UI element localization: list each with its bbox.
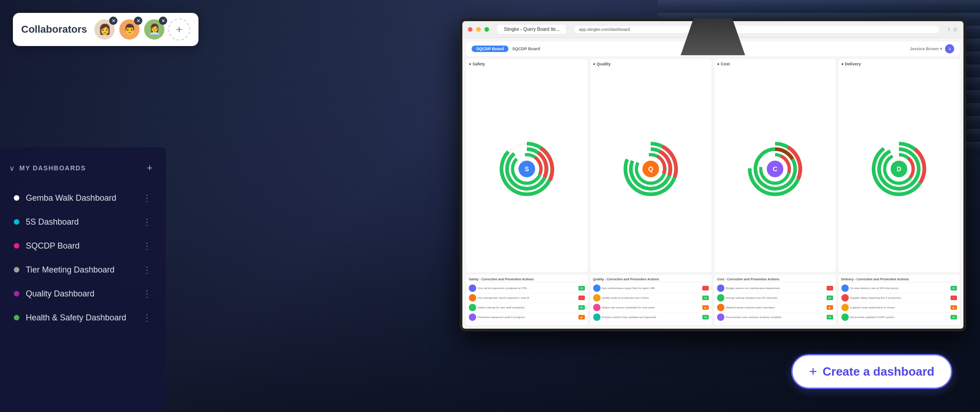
dot-quality xyxy=(14,291,19,296)
sidebar-header: ∨ MY DASHBOARDS + xyxy=(9,161,157,175)
action-badge-c1: ! xyxy=(827,286,833,290)
sidebar-label-sqcdp: SQCDP Board xyxy=(26,241,142,251)
sidebar-section-title: MY DASHBOARDS xyxy=(19,164,86,172)
action-card-delivery: Delivery - Corrective and Preventive Act… xyxy=(839,275,960,325)
create-dashboard-button[interactable]: + Create a dashboard xyxy=(791,354,952,389)
avatar-3-close[interactable]: ✕ xyxy=(159,17,167,25)
action-row-cost-2: Energy savings initiative has 5% reducti… xyxy=(717,293,833,303)
safety-donut-chart: S xyxy=(495,139,559,199)
add-collaborator-button[interactable]: + xyxy=(168,18,190,41)
action-card-quality-title: Quality - Corrective and Preventive Acti… xyxy=(593,278,709,282)
dot-5s xyxy=(14,219,19,225)
collaborators-avatars: 👩 ✕ 👨 ✕ 👩‍💼 ✕ + xyxy=(93,18,190,41)
action-badge-d3: ▶ xyxy=(951,305,957,310)
quadrant-cost-title: ● Cost xyxy=(717,62,833,66)
cost-donut-chart: C xyxy=(743,139,807,199)
quadrant-safety-chart: S xyxy=(469,68,585,269)
sidebar-item-quality[interactable]: Quality Dashboard ⋮ xyxy=(9,282,157,306)
action-badge-c2: OK xyxy=(827,296,833,300)
browser-share-icon[interactable]: ↑ xyxy=(947,26,950,33)
sidebar-label-5s: 5S Dashboard xyxy=(26,217,142,227)
collaborators-panel: Collaborators 👩 ✕ 👨 ✕ 👩‍💼 ✕ + xyxy=(13,13,198,46)
quadrant-delivery-chart: D xyxy=(841,68,957,269)
sidebar-label-quality: Quality Dashboard xyxy=(26,289,142,299)
action-avatar-c1 xyxy=(717,284,724,292)
action-text-c2: Energy savings initiative has 5% reducti… xyxy=(726,296,827,299)
action-badge-c3: ▶ xyxy=(827,305,833,310)
action-card-quality: Quality - Corrective and Preventive Acti… xyxy=(590,275,712,325)
action-badge-d4: OK xyxy=(951,315,957,319)
action-avatar-s3 xyxy=(469,304,476,311)
sidebar-header-left: ∨ MY DASHBOARDS xyxy=(9,164,86,173)
action-avatar-c2 xyxy=(717,294,724,302)
dashboard-content: SQCDP Board SQCDP Board Jessica Brown ▾ … xyxy=(462,38,963,329)
sidebar-item-gemba[interactable]: Gemba Walk Dashboard ⋮ xyxy=(9,186,157,210)
sidebar-menu-sqcdp[interactable]: ⋮ xyxy=(142,240,152,251)
action-text-c3: Material waste reduction plan submitted xyxy=(726,306,827,309)
browser-tab[interactable]: Stingke - Query Board Ite... xyxy=(497,25,566,34)
sidebar-menu-gemba[interactable]: ⋮ xyxy=(142,192,152,203)
action-badge-q3: ▶ xyxy=(702,305,709,310)
sidebar-collapse-icon[interactable]: ∨ xyxy=(9,164,15,173)
sidebar-label-health: Health & Safety Dashboard xyxy=(26,313,142,323)
action-badge-s2: ! xyxy=(578,296,585,300)
action-avatar-d3 xyxy=(841,304,849,311)
action-card-safety: Safety - Corrective and Preventive Actio… xyxy=(466,275,588,325)
sidebar-menu-5s[interactable]: ⋮ xyxy=(142,216,152,227)
avatar-2-wrap[interactable]: 👨 ✕ xyxy=(118,18,140,41)
browser-actions: ↑ ☆ xyxy=(947,26,958,33)
sidebar-menu-quality[interactable]: ⋮ xyxy=(142,288,152,299)
action-avatar-s4 xyxy=(469,313,476,321)
svg-text:Q: Q xyxy=(648,165,653,173)
collaborators-label: Collaborators xyxy=(21,23,87,35)
action-text-d4: Stock levels updated in ERP system xyxy=(850,316,951,319)
sidebar-item-sqcdp[interactable]: SQCDP Board ⋮ xyxy=(9,234,157,258)
sidebar-label-tier: Tier Meeting Dashboard xyxy=(26,265,142,275)
action-badge-s3: OK xyxy=(578,305,585,310)
browser-bookmark-icon[interactable]: ☆ xyxy=(953,26,958,33)
avatar-1-wrap[interactable]: 👩 ✕ xyxy=(93,18,116,41)
action-text-q1: Non-conformance report filed for batch 4… xyxy=(602,287,703,290)
action-row-safety-1: First aid kit inspection completed at ST… xyxy=(469,284,585,293)
action-badge-q1: ! xyxy=(702,286,709,290)
sidebar-menu-health[interactable]: ⋮ xyxy=(142,312,152,323)
browser-url[interactable]: app.stingke.com/dashboard xyxy=(574,26,939,33)
action-row-quality-4: Process control chart updated and approv… xyxy=(593,313,709,322)
action-row-cost-1: Budget overrun on maintenance department… xyxy=(717,284,833,293)
quadrant-safety-title: ● Safety xyxy=(469,62,585,66)
avatar-2-close[interactable]: ✕ xyxy=(134,17,142,25)
action-row-cost-4: Procurement cost variance analysis compl… xyxy=(717,313,833,322)
sidebar-item-tier[interactable]: Tier Meeting Dashboard ⋮ xyxy=(9,258,157,282)
action-rows: Safety - Corrective and Preventive Actio… xyxy=(466,275,960,325)
add-collaborator-icon: + xyxy=(176,23,182,36)
action-row-safety-2: Fire extinguisher check required in zone… xyxy=(469,293,585,303)
action-row-delivery-4: Stock levels updated in ERP system OK xyxy=(841,313,957,322)
avatar-1-close[interactable]: ✕ xyxy=(109,17,117,25)
sidebar-item-5s[interactable]: 5S Dashboard ⋮ xyxy=(9,210,157,234)
quadrant-delivery: ● Delivery D xyxy=(839,59,960,272)
action-text-d2: Supplier delay impacting line 2 producti… xyxy=(850,296,951,299)
action-card-cost-title: Cost - Corrective and Preventive Actions xyxy=(717,278,833,282)
browser-close-dot xyxy=(468,27,472,32)
action-text-c1: Budget overrun on maintenance department xyxy=(726,287,827,290)
delivery-donut-chart: D xyxy=(867,139,931,199)
action-avatar-c3 xyxy=(717,304,724,311)
sidebar-add-button[interactable]: + xyxy=(143,161,157,175)
action-text-s3: Safety training for new staff completed xyxy=(478,306,578,309)
dashboard-header-actions: Jessica Brown ▾ J xyxy=(910,44,954,53)
svg-text:D: D xyxy=(897,165,901,173)
browser-min-dot xyxy=(476,27,481,32)
action-badge-s1: OK xyxy=(578,286,585,290)
avatar-3-wrap[interactable]: 👩‍💼 ✕ xyxy=(143,18,165,41)
action-card-cost: Cost - Corrective and Preventive Actions… xyxy=(714,275,836,325)
action-text-q2: Quality audit on production line 3 done xyxy=(602,296,703,299)
create-dashboard-label: Create a dashboard xyxy=(822,365,934,379)
sidebar-menu-tier[interactable]: ⋮ xyxy=(142,264,152,275)
sidebar-item-health[interactable]: Health & Safety Dashboard ⋮ xyxy=(9,306,157,330)
quadrant-quality-chart: Q xyxy=(593,68,709,269)
header-avatar: J xyxy=(945,44,954,53)
action-row-safety-4: Protective equipment audit in progress ▶ xyxy=(469,313,585,322)
action-text-s2: Fire extinguisher check required in zone… xyxy=(478,296,578,299)
action-avatar-q3 xyxy=(593,304,601,311)
action-text-s1: First aid kit inspection completed at ST… xyxy=(478,287,578,290)
